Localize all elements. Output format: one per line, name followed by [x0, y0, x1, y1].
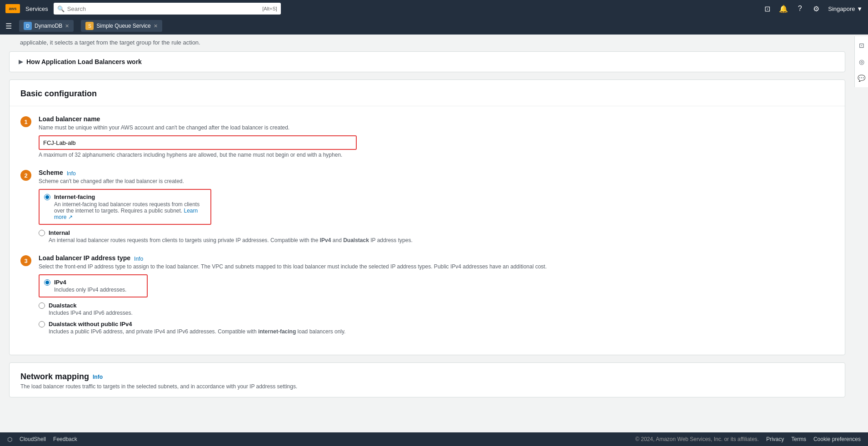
dynamodb-tab[interactable]: D DynamoDB ✕	[19, 20, 74, 32]
step-2-number: 2	[20, 170, 31, 181]
how-alb-toggle[interactable]: ▶ How Application Load Balancers work	[10, 52, 845, 72]
how-alb-title: How Application Load Balancers work	[26, 58, 142, 65]
settings-icon[interactable]: ⚙	[812, 5, 821, 13]
step-3-row: 3 Load balancer IP address type Info Sel…	[20, 254, 834, 335]
ip-type-desc: Select the front-end IP address type to …	[39, 263, 834, 270]
ip-type-label-row: Load balancer IP address type Info	[39, 254, 834, 263]
scheme-info-link[interactable]: Info	[67, 170, 76, 177]
ip-type-info-link[interactable]: Info	[134, 256, 143, 262]
search-input[interactable]	[67, 5, 259, 12]
how-alb-card: ▶ How Application Load Balancers work	[9, 51, 845, 72]
internet-facing-desc: An internet-facing load balancer routes …	[54, 201, 206, 220]
ipv4-option: IPv4 Includes only IPv4 addresses.	[39, 274, 148, 297]
network-mapping-title: Network mapping Info	[10, 363, 845, 383]
dualstack-option: Dualstack Includes IPv4 and IPv6 address…	[39, 302, 834, 316]
notifications-icon[interactable]: ⊡	[763, 5, 772, 13]
basic-config-card: Basic configuration 1 Load balancer name…	[9, 79, 845, 355]
context-text: applicable, it selects a target from the…	[9, 35, 845, 51]
bell-icon[interactable]: 🔔	[779, 5, 788, 13]
dualstack-no-ipv4-text: Dualstack without public IPv4	[49, 321, 132, 327]
internal-option: Internal An internal load balancer route…	[39, 229, 834, 243]
search-shortcut: [Alt+S]	[262, 6, 277, 11]
services-label: Services	[25, 5, 48, 12]
dualstack-no-ipv4-label[interactable]: Dualstack without public IPv4	[39, 321, 834, 327]
step-2-content: Scheme Info Scheme can't be changed afte…	[39, 169, 834, 243]
ip-type-label: Load balancer IP address type	[39, 254, 130, 262]
ipv4-radio[interactable]	[44, 279, 50, 286]
step-3-number: 3	[20, 255, 31, 266]
search-icon: 🔍	[57, 5, 65, 12]
config-body: 1 Load balancer name Name must be unique…	[10, 106, 845, 355]
services-button[interactable]: Services	[25, 5, 48, 12]
dualstack-radio[interactable]	[39, 302, 45, 309]
dynamodb-icon: D	[24, 22, 32, 30]
dynamodb-close-icon[interactable]: ✕	[65, 23, 69, 29]
dualstack-text: Dualstack	[49, 302, 76, 309]
collapse-arrow-icon: ▶	[19, 59, 23, 65]
scheme-label: Scheme	[39, 169, 63, 176]
hamburger-icon[interactable]: ☰	[5, 22, 12, 30]
internet-facing-bold: internet-facing	[258, 328, 296, 335]
dualstack-label[interactable]: Dualstack	[39, 302, 834, 309]
dualstack-desc: Includes IPv4 and IPv6 addresses.	[49, 310, 834, 316]
internet-facing-label[interactable]: Internet-facing	[44, 193, 206, 200]
step-1-content: Load balancer name Name must be unique w…	[39, 115, 834, 158]
internal-ipv4-bold: IPv4	[320, 237, 331, 243]
network-mapping-desc: The load balancer routes traffic to targ…	[10, 383, 845, 397]
scheme-label-row: Scheme Info	[39, 169, 834, 178]
aws-logo: aws	[5, 4, 20, 13]
sqs-label: Simple Queue Service	[96, 23, 150, 29]
dualstack-no-ipv4-radio[interactable]	[39, 321, 45, 327]
internet-facing-option: Internet-facing An internet-facing load …	[39, 189, 211, 225]
aws-brand: aws	[5, 4, 20, 13]
main-content: applicable, it selects a target from the…	[0, 35, 854, 423]
sidebar-icon-3[interactable]: 💬	[856, 73, 867, 84]
sqs-close-icon[interactable]: ✕	[154, 23, 158, 29]
lb-name-label: Load balancer name	[39, 115, 834, 123]
internal-label[interactable]: Internal	[39, 229, 834, 236]
lb-name-hint: A maximum of 32 alphanumeric characters …	[39, 152, 834, 158]
navbar: aws Services 🔍 [Alt+S] ⊡ 🔔 ? ⚙ Singapore…	[0, 0, 868, 17]
right-sidebar: ⊡ ◎ 💬	[854, 36, 868, 87]
scheme-radio-group: Internet-facing An internet-facing load …	[39, 189, 834, 243]
internal-desc: An internal load balancer routes request…	[49, 237, 834, 243]
navbar-right: ⊡ 🔔 ? ⚙ Singapore ▼	[763, 5, 863, 13]
ipv4-label[interactable]: IPv4	[44, 279, 142, 286]
network-mapping-card: Network mapping Info The load balancer r…	[9, 362, 845, 397]
sqs-tab[interactable]: S Simple Queue Service ✕	[81, 20, 162, 32]
step-1-row: 1 Load balancer name Name must be unique…	[20, 115, 834, 158]
sidebar-icon-2[interactable]: ◎	[856, 56, 867, 67]
step-2-row: 2 Scheme Info Scheme can't be changed af…	[20, 169, 834, 243]
lb-name-input[interactable]	[39, 135, 357, 150]
sidebar-icon-1[interactable]: ⊡	[856, 40, 867, 51]
search-bar[interactable]: 🔍 [Alt+S]	[54, 3, 281, 15]
lb-name-desc: Name must be unique within your AWS acco…	[39, 124, 834, 131]
sqs-icon: S	[85, 22, 94, 30]
dualstack-no-ipv4-option: Dualstack without public IPv4 Includes a…	[39, 321, 834, 335]
help-icon[interactable]: ?	[795, 5, 804, 13]
network-mapping-info-link[interactable]: Info	[93, 374, 103, 380]
internet-facing-radio[interactable]	[44, 194, 50, 200]
internal-radio[interactable]	[39, 230, 45, 236]
scheme-desc: Scheme can't be changed after the load b…	[39, 178, 834, 184]
region-selector[interactable]: Singapore ▼	[828, 5, 863, 12]
basic-config-title: Basic configuration	[10, 80, 845, 106]
ip-type-radio-group: IPv4 Includes only IPv4 addresses. Duals…	[39, 274, 834, 335]
internet-facing-text: Internet-facing	[54, 193, 95, 200]
step-1-number: 1	[20, 116, 31, 127]
internal-dualstack-bold: Dualstack	[343, 237, 369, 243]
dualstack-no-ipv4-desc: Includes a public IPv6 address, and priv…	[49, 328, 834, 335]
ipv4-desc: Includes only IPv4 addresses.	[54, 287, 142, 293]
internal-text: Internal	[49, 229, 70, 236]
dynamodb-label: DynamoDB	[35, 23, 62, 29]
ipv4-text: IPv4	[54, 279, 66, 286]
breadcrumb-bar: ☰ D DynamoDB ✕ S Simple Queue Service ✕	[0, 17, 868, 35]
step-3-content: Load balancer IP address type Info Selec…	[39, 254, 834, 335]
